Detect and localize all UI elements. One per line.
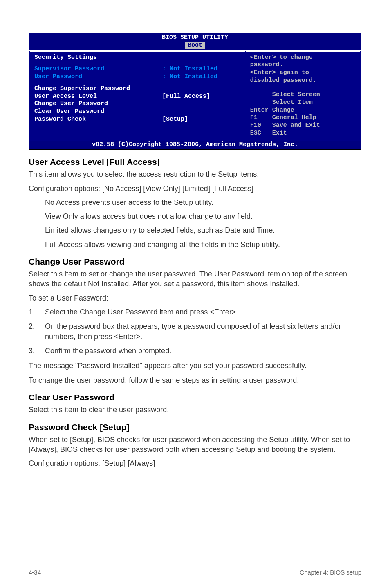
bios-copyright: v02.58 (C)Copyright 1985-2006, American … <box>29 141 361 150</box>
bios-key-legend: Select Screen Select Item Enter Change F… <box>250 91 356 137</box>
ual-view-only: View Only allows access but does not all… <box>45 211 361 221</box>
chapter-label: Chapter 4: BIOS setup <box>300 569 361 576</box>
help-line: password. <box>250 61 356 69</box>
supervisor-password-value: : Not Installed <box>162 65 241 73</box>
pwc-paragraph-2: Configuration options: [Setup] [Always] <box>29 458 361 468</box>
help-line: disabled password. <box>250 77 356 85</box>
steps-list: 1.Select the Change User Password item a… <box>29 307 361 357</box>
step-1-text: Select the Change User Password item and… <box>45 307 361 317</box>
key-select-item: Select Item <box>250 99 356 107</box>
step-2-text: On the password box that appears, type a… <box>45 321 361 342</box>
cup-paragraph-1: Select this item to set or change the us… <box>29 269 361 289</box>
bios-tab-boot[interactable]: Boot <box>185 42 205 49</box>
cup-paragraph-2: To set a User Password: <box>29 293 361 303</box>
cup-paragraph-3: The message "Password Installed" appears… <box>29 361 361 370</box>
cup-paragraph-4: To change the user password, follow the … <box>29 375 361 385</box>
password-check-item[interactable]: Password Check <box>34 116 162 123</box>
change-user-password-item[interactable]: Change User Password <box>34 100 241 108</box>
user-password-label: User Password <box>34 73 162 81</box>
ual-limited: Limited allows changes only to selected … <box>45 225 361 235</box>
list-item: 2.On the password box that appears, type… <box>29 321 361 342</box>
bios-screenshot: BIOS SETUP UTILITY Boot Security Setting… <box>29 33 361 150</box>
supervisor-password-label: Supervisor Password <box>34 65 162 73</box>
bios-right-pane: <Enter> to change password. <Enter> agai… <box>245 50 361 141</box>
user-password-value: : Not Installed <box>162 73 241 81</box>
clear-user-password-heading: Clear User Password <box>29 393 361 402</box>
page-footer: 4-34 Chapter 4: BIOS setup <box>29 567 361 576</box>
bios-left-pane: Security Settings Supervisor Password : … <box>29 50 245 141</box>
ual-paragraph-2: Configuration options: [No Access] [View… <box>29 184 361 193</box>
ual-paragraph-1: This item allows you to select the acces… <box>29 169 361 179</box>
help-line: <Enter> to change <box>250 54 356 62</box>
document-page: BIOS SETUP UTILITY Boot Security Setting… <box>0 0 390 489</box>
key-exit: ESC Exit <box>250 130 356 137</box>
clr-paragraph-1: Select this item to clear the user passw… <box>29 405 361 415</box>
user-access-level-value: [Full Access] <box>162 93 241 101</box>
pwc-paragraph-1: When set to [Setup], BIOS checks for use… <box>29 435 361 455</box>
security-settings-heading: Security Settings <box>34 54 241 62</box>
change-supervisor-password-item[interactable]: Change Supervisor Password <box>34 85 241 93</box>
bios-help-text: <Enter> to change password. <Enter> agai… <box>250 54 356 85</box>
key-select-screen: Select Screen <box>250 91 356 99</box>
page-number: 4-34 <box>29 569 41 576</box>
key-general-help: F1 General Help <box>250 114 356 122</box>
list-item: 3.Confirm the password when prompted. <box>29 346 361 356</box>
list-item: 1.Select the Change User Password item a… <box>29 307 361 317</box>
key-enter-change: Enter Change <box>250 107 356 114</box>
bios-title: BIOS SETUP UTILITY <box>29 33 361 42</box>
password-check-value: [Setup] <box>162 116 241 123</box>
ual-no-access: No Access prevents user access to the Se… <box>45 197 361 207</box>
bios-tab-row: Boot <box>29 42 361 50</box>
password-check-heading: Password Check [Setup] <box>29 422 361 432</box>
ual-full-access: Full Access allows viewing and changing … <box>45 240 361 249</box>
key-save-exit: F10 Save and Exit <box>250 122 356 130</box>
step-3-text: Confirm the password when prompted. <box>45 346 361 356</box>
change-user-password-heading: Change User Password <box>29 257 361 267</box>
user-access-level-heading: User Access Level [Full Access] <box>29 157 361 167</box>
help-line: <Enter> again to <box>250 69 356 77</box>
clear-user-password-item[interactable]: Clear User Password <box>34 108 241 116</box>
user-access-level-item[interactable]: User Access Level <box>34 93 162 101</box>
